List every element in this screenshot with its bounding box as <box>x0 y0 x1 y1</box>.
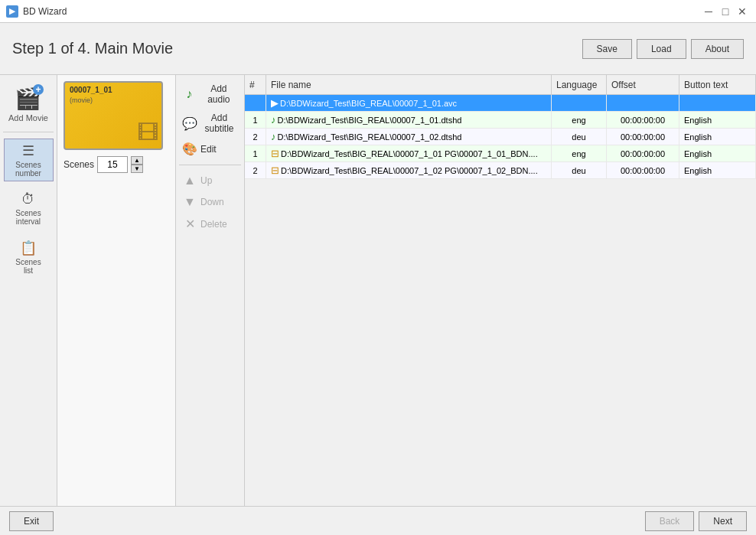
down-label: Down <box>200 197 224 207</box>
row-num: 2 <box>245 129 266 145</box>
table-row[interactable]: 2 ⊟ D:\BDWizard_Test\BIG_REAL\00007_1_02… <box>245 162 756 179</box>
row-btntext: English <box>679 145 756 161</box>
footer-right: Back Next <box>645 511 747 531</box>
col-btntext: Button text <box>679 75 756 94</box>
row-offset <box>607 95 679 111</box>
back-button[interactable]: Back <box>645 511 695 531</box>
row-btntext: English <box>679 129 756 145</box>
row-num: 2 <box>245 162 266 178</box>
row-lang: eng <box>552 112 607 128</box>
app-icon: ▶ <box>6 5 18 18</box>
table-row[interactable]: 2 ♪ D:\BDWizard_Test\BIG_REAL\00007_1_02… <box>245 129 756 145</box>
delete-button[interactable]: ✕ Delete <box>179 214 241 233</box>
exit-button[interactable]: Exit <box>9 511 54 531</box>
table-row[interactable]: 1 ⊟ D:\BDWizard_Test\BIG_REAL\00007_1_01… <box>245 145 756 162</box>
header-buttons: Save Load About <box>582 39 744 59</box>
left-panel: 🎬 + Add Movie ☰ Scenesnumber ⏱ Scenesint… <box>0 75 57 506</box>
scenes-list-icon: 📋 <box>20 240 37 256</box>
scenes-spinner: ▲ ▼ <box>131 156 143 173</box>
thumbnail-sublabel: (movie) <box>70 96 93 104</box>
row-btntext: English <box>679 112 756 128</box>
row-btntext <box>679 95 756 111</box>
close-button[interactable]: ✕ <box>735 4 750 19</box>
row-lang: eng <box>552 145 607 161</box>
minimize-button[interactable]: ─ <box>701 4 716 19</box>
scenes-row: Scenes ▲ ▼ <box>64 156 169 173</box>
up-icon: ▲ <box>182 174 197 188</box>
footer: Exit Back Next <box>0 506 756 535</box>
add-subtitle-icon: 💬 <box>182 116 197 131</box>
spinner-down[interactable]: ▼ <box>131 165 143 173</box>
load-button[interactable]: Load <box>637 39 686 59</box>
title-bar: ▶ BD Wizard ─ □ ✕ <box>0 0 756 23</box>
divider-1 <box>3 132 54 132</box>
edit-icon: 🎨 <box>182 142 197 156</box>
add-movie-button[interactable]: 🎬 + Add Movie <box>5 81 51 126</box>
movie-panel: 00007_1_01 (movie) 🎞 Scenes ▲ ▼ <box>57 75 176 506</box>
title-bar-left: ▶ BD Wizard <box>6 5 67 18</box>
spinner-up[interactable]: ▲ <box>131 156 143 165</box>
add-audio-button[interactable]: ♪ Add audio <box>179 81 241 107</box>
subtitle-icon: ⊟ <box>271 148 279 159</box>
row-offset: 00:00:00:00 <box>607 145 679 161</box>
row-num <box>245 95 266 111</box>
row-num: 1 <box>245 145 266 161</box>
col-language: Language <box>552 75 607 94</box>
up-label: Up <box>200 175 212 186</box>
edit-button[interactable]: 🎨 Edit <box>179 139 241 158</box>
row-filename: ⊟ D:\BDWizard_Test\BIG_REAL\00007_1_02 P… <box>266 162 552 178</box>
scenes-input[interactable] <box>97 156 128 173</box>
add-audio-icon: ♪ <box>182 87 197 101</box>
film-strip-icon: 🎞 <box>137 120 158 145</box>
app-title: BD Wizard <box>23 6 67 17</box>
table-row[interactable]: 1 ♪ D:\BDWizard_Test\BIG_REAL\00007_1_01… <box>245 112 756 129</box>
add-movie-icon: 🎬 + <box>13 84 44 112</box>
maximize-button[interactable]: □ <box>718 4 733 19</box>
main-content: 🎬 + Add Movie ☰ Scenesnumber ⏱ Scenesint… <box>0 75 756 506</box>
next-button[interactable]: Next <box>699 511 747 531</box>
movie-thumbnail[interactable]: 00007_1_01 (movie) 🎞 <box>64 81 163 150</box>
col-num: # <box>245 75 266 94</box>
audio-icon: ♪ <box>271 131 276 142</box>
table-header: # File name Language Offset Button text <box>245 75 756 95</box>
audio-icon: ♪ <box>271 114 276 126</box>
scenes-interval-button[interactable]: ⏱ Scenesinterval <box>4 188 54 230</box>
video-icon: ▶ <box>271 97 279 109</box>
col-filename: File name <box>266 75 552 94</box>
actions-panel: ♪ Add audio 💬 Add subtitle 🎨 Edit ▲ Up ▼… <box>176 75 245 506</box>
row-num: 1 <box>245 112 266 128</box>
plus-badge: + <box>33 84 44 95</box>
scenes-list-button[interactable]: 📋 Sceneslist <box>4 236 54 279</box>
add-subtitle-button[interactable]: 💬 Add subtitle <box>179 110 241 136</box>
thumbnail-label: 00007_1_01 <box>70 86 112 94</box>
row-lang: deu <box>552 162 607 178</box>
title-bar-controls: ─ □ ✕ <box>701 4 750 19</box>
footer-left: Exit <box>9 511 54 531</box>
add-subtitle-label: Add subtitle <box>200 113 238 134</box>
delete-icon: ✕ <box>182 217 197 231</box>
row-offset: 00:00:00:00 <box>607 162 679 178</box>
add-movie-label: Add Movie <box>8 113 48 122</box>
page-title: Step 1 of 4. Main Movie <box>12 40 173 57</box>
row-filename: ♪ D:\BDWizard_Test\BIG_REAL\00007_1_01.d… <box>266 112 552 128</box>
row-lang: deu <box>552 129 607 145</box>
row-filename: ♪ D:\BDWizard_Test\BIG_REAL\00007_1_02.d… <box>266 129 552 145</box>
save-button[interactable]: Save <box>582 39 632 59</box>
row-btntext: English <box>679 162 756 178</box>
scenes-list-label: Sceneslist <box>15 258 41 275</box>
scenes-interval-label: Scenesinterval <box>15 209 41 226</box>
scenes-label: Scenes <box>64 159 94 170</box>
about-button[interactable]: About <box>691 39 744 59</box>
row-offset: 00:00:00:00 <box>607 112 679 128</box>
scenes-number-icon: ☰ <box>22 142 34 159</box>
down-button[interactable]: ▼ Down <box>179 193 241 211</box>
row-lang <box>552 95 607 111</box>
table-panel: # File name Language Offset Button text … <box>245 75 756 506</box>
delete-label: Delete <box>200 219 227 230</box>
add-audio-label: Add audio <box>200 83 238 105</box>
table-row[interactable]: ▶ D:\BDWizard_Test\BIG_REAL\00007_1_01.a… <box>245 95 756 112</box>
actions-divider <box>179 165 241 165</box>
up-button[interactable]: ▲ Up <box>179 171 241 190</box>
scenes-number-button[interactable]: ☰ Scenesnumber <box>4 139 54 181</box>
col-offset: Offset <box>607 75 679 94</box>
